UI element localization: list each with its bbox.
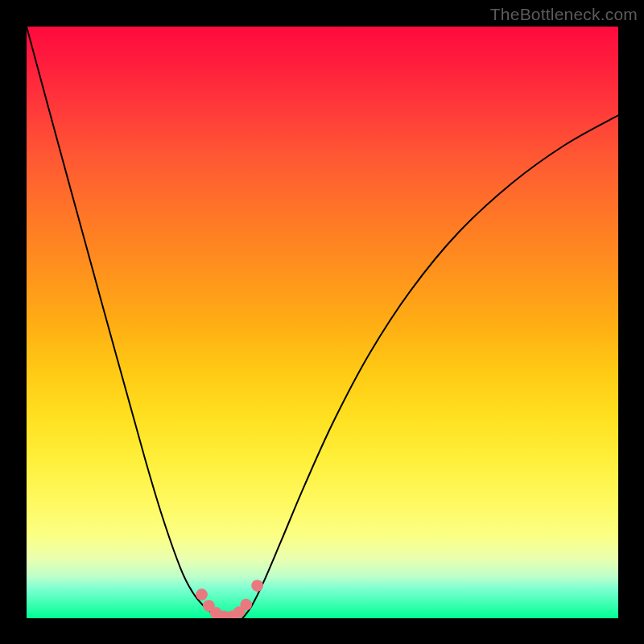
chart-frame: TheBottleneck.com	[0, 0, 644, 644]
watermark-text: TheBottleneck.com	[490, 5, 638, 24]
plot-svg	[27, 27, 618, 618]
valley-marker-group	[196, 580, 263, 618]
valley-marker-0	[196, 588, 208, 601]
valley-marker-7	[251, 580, 263, 592]
curve-right-branch	[242, 115, 618, 618]
plot-area	[27, 27, 618, 618]
curve-left-branch	[27, 27, 220, 618]
valley-marker-6	[240, 599, 252, 611]
